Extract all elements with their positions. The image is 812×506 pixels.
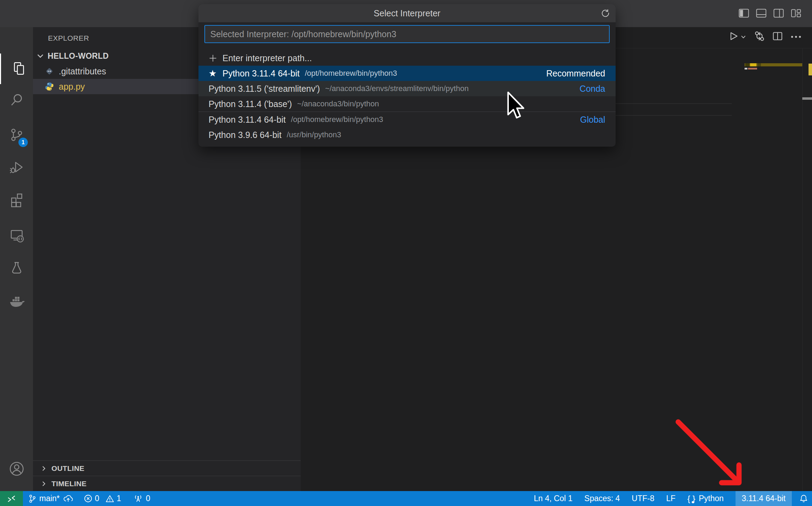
- radio-tower-icon: [133, 494, 143, 503]
- encoding-status-item[interactable]: UTF-8: [632, 494, 654, 503]
- braces-icon: { }: [687, 494, 696, 504]
- extensions-icon: [9, 192, 25, 208]
- indentation-status-item[interactable]: Spaces: 4: [584, 494, 620, 503]
- toggle-panel-icon[interactable]: [756, 8, 766, 18]
- chevron-down-icon: [36, 52, 44, 60]
- interpreter-path: /opt/homebrew/bin/python3: [305, 69, 397, 78]
- sidebar-item-run-debug[interactable]: [0, 153, 33, 183]
- recommended-badge: Recommended: [546, 68, 605, 79]
- minimap-line-2-string: [748, 68, 757, 70]
- plus-icon: [209, 54, 217, 63]
- interpreter-label: Python 3.11.4 ('base'): [209, 99, 292, 109]
- activity-bar: 1: [0, 27, 33, 491]
- section-label: OUTLINE: [51, 464, 84, 473]
- customize-layout-icon[interactable]: [791, 8, 801, 18]
- branch-name: main*: [39, 494, 60, 503]
- git-branch-icon: [29, 494, 36, 504]
- ports-count: 0: [146, 494, 150, 503]
- file-name: app.py: [59, 82, 85, 92]
- status-bar: main* 0 1: [0, 491, 812, 506]
- quickpick-item-python396[interactable]: Python 3.9.6 64-bit /usr/bin/python3: [198, 127, 616, 142]
- section-label: TIMELINE: [51, 480, 87, 488]
- warning-count: 1: [117, 494, 121, 503]
- beaker-icon: [9, 260, 25, 276]
- account-button[interactable]: [0, 454, 33, 484]
- run-dropdown-chevron-icon[interactable]: [741, 35, 746, 39]
- error-icon: [84, 494, 92, 503]
- interpreter-label: Python 3.11.4 64-bit: [222, 68, 300, 79]
- enter-path-label: Enter interpreter path...: [222, 53, 312, 63]
- sidebar-item-search[interactable]: [0, 85, 33, 115]
- remote-indicator-button[interactable]: [0, 491, 23, 506]
- quickpick-item-streamlitenv[interactable]: Python 3.11.5 ('streamlitenv') ~/anacond…: [198, 81, 616, 96]
- run-python-file-icon[interactable]: [729, 32, 738, 41]
- vscode-window: 1: [0, 0, 812, 506]
- problems-status-item[interactable]: 0 1: [84, 494, 121, 503]
- quickpick-item-enter-path[interactable]: Enter interpreter path...: [198, 50, 616, 66]
- sidebar-item-remote-explorer[interactable]: [0, 220, 33, 251]
- interpreter-label: Python 3.11.4 64-bit: [209, 115, 286, 125]
- more-actions-icon[interactable]: [791, 35, 801, 38]
- section-timeline[interactable]: TIMELINE: [33, 476, 301, 491]
- global-badge: Global: [580, 115, 605, 125]
- run-debug-icon: [9, 160, 25, 176]
- explorer-header: EXPLORER: [48, 34, 89, 42]
- files-icon: [10, 61, 26, 77]
- sidebar-item-extensions[interactable]: [0, 185, 33, 215]
- line-col-status-item[interactable]: Ln 4, Col 1: [534, 494, 573, 503]
- refresh-icon[interactable]: [601, 9, 610, 18]
- chevron-right-icon: [41, 465, 47, 472]
- error-count: 0: [95, 494, 99, 503]
- folder-name: HELLO-WORLD: [48, 51, 109, 61]
- remote-explorer-icon: [9, 228, 25, 244]
- split-editor-icon[interactable]: [773, 32, 782, 41]
- interpreter-input[interactable]: [204, 25, 610, 43]
- minimap-line-2-code: [745, 68, 747, 70]
- interpreter-label: Python 3.9.6 64-bit: [209, 130, 282, 140]
- quickpick-item-global[interactable]: Python 3.11.4 64-bit /opt/homebrew/bin/p…: [198, 112, 616, 127]
- interpreter-path: ~/anaconda3/envs/streamlitenv/bin/python: [325, 84, 469, 93]
- git-file-icon: [44, 66, 54, 76]
- sidebar-item-docker[interactable]: [0, 286, 33, 317]
- chevron-right-icon: [41, 481, 47, 487]
- language-mode-status-item[interactable]: { } Python: [687, 494, 723, 504]
- sidebar-item-source-control[interactable]: [0, 120, 33, 150]
- quickpick-item-recommended[interactable]: ★ Python 3.11.4 64-bit /opt/homebrew/bin…: [198, 66, 616, 81]
- open-changes-icon[interactable]: [754, 31, 765, 42]
- sidebar-item-testing[interactable]: [0, 253, 33, 283]
- sidebar-item-explorer[interactable]: [0, 54, 34, 84]
- conda-badge: Conda: [579, 84, 605, 94]
- remote-icon: [7, 495, 16, 503]
- overview-ruler-cursor-mark[interactable]: [802, 97, 812, 100]
- ports-status-item[interactable]: 0: [133, 494, 150, 503]
- section-outline[interactable]: OUTLINE: [33, 460, 301, 476]
- toggle-primary-sidebar-icon[interactable]: [739, 8, 749, 18]
- python-file-icon: [44, 82, 54, 91]
- minimap-word-highlight: [750, 63, 756, 66]
- star-icon: ★: [209, 69, 217, 78]
- search-icon: [9, 92, 25, 108]
- warning-icon: [105, 495, 114, 503]
- docker-icon: [8, 294, 25, 309]
- eol-status-item[interactable]: LF: [666, 494, 676, 503]
- quickpick-item-base[interactable]: Python 3.11.4 ('base') ~/anaconda3/bin/p…: [198, 96, 616, 112]
- interpreter-version: 3.11.4 64-bit: [742, 494, 786, 503]
- file-name: .gitattributes: [59, 66, 106, 76]
- source-control-badge: 1: [18, 138, 28, 147]
- dialog-title: Select Interpreter: [374, 8, 440, 18]
- account-icon: [9, 461, 24, 476]
- toggle-secondary-sidebar-icon[interactable]: [773, 8, 784, 18]
- minimap-keyword-mark: [745, 63, 749, 66]
- publish-cloud-icon: [63, 494, 73, 503]
- interpreter-label: Python 3.11.5 ('streamlitenv'): [209, 84, 320, 94]
- branch-status-item[interactable]: main*: [29, 494, 73, 504]
- minimap-divider: [802, 48, 803, 491]
- interpreter-path: /usr/bin/python3: [287, 130, 341, 139]
- interpreter-path: /opt/homebrew/bin/python3: [291, 115, 383, 124]
- language-name: Python: [699, 494, 724, 503]
- select-interpreter-dialog: Select Interpreter Enter interpreter pat…: [198, 4, 616, 147]
- interpreter-path: ~/anaconda3/bin/python: [297, 99, 379, 108]
- python-interpreter-status-item[interactable]: 3.11.4 64-bit: [736, 491, 792, 506]
- dialog-title-bar: Select Interpreter: [198, 4, 616, 22]
- notifications-bell-icon[interactable]: [799, 494, 808, 503]
